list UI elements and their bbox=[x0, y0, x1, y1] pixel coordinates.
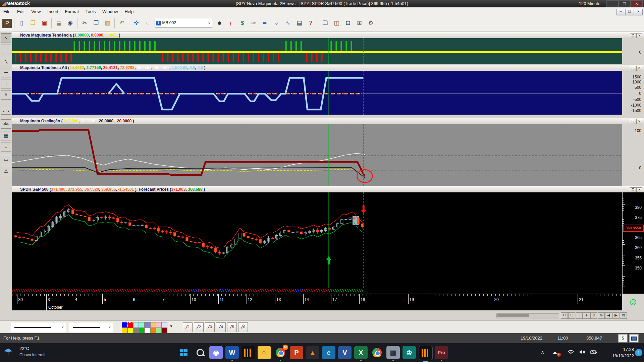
trendline-preset-4-button[interactable]: ╱4 bbox=[216, 322, 226, 332]
trendline-preset-3-button[interactable]: ╱3 bbox=[205, 322, 215, 332]
panel-header-price[interactable]: SPDR S&P 500 (371.490, 371.955, 367.520,… bbox=[12, 186, 644, 193]
taskbar-powerpoint-icon[interactable]: P bbox=[290, 346, 303, 359]
dollar-status-button[interactable]: $ bbox=[618, 334, 628, 343]
taskbar-calculator-icon[interactable]: ▦ bbox=[386, 346, 400, 359]
panel-close-button[interactable]: ✕ bbox=[636, 33, 642, 39]
nav-next-button[interactable]: ▶ bbox=[612, 312, 620, 319]
color-swatch[interactable] bbox=[133, 328, 139, 334]
grid-tool[interactable]: ▦ bbox=[1, 131, 11, 140]
panel-chart-tendencia[interactable] bbox=[12, 38, 622, 64]
color-swatch[interactable] bbox=[145, 328, 150, 334]
paste-button[interactable]: ▥ bbox=[102, 18, 113, 29]
panel-header-tendencia_alt[interactable]: Maquineta Tendência Alt (44.4962, 2.7715… bbox=[12, 65, 644, 71]
horizontal-scrollbar[interactable] bbox=[496, 313, 559, 318]
notification-badge[interactable]: 1 bbox=[635, 349, 642, 356]
menu-item-window[interactable]: Window bbox=[99, 7, 121, 16]
cut-button[interactable]: ✂ bbox=[79, 18, 90, 29]
child-close-button[interactable]: ✕ bbox=[634, 9, 643, 15]
forecast-arrow-button[interactable]: ➨ bbox=[260, 18, 270, 29]
taskbar-excel-icon[interactable]: X bbox=[354, 346, 368, 359]
taskbar-chrome-icon[interactable] bbox=[370, 346, 384, 359]
system-dollar-button[interactable]: $ bbox=[237, 18, 248, 29]
volume-icon[interactable] bbox=[579, 349, 586, 355]
panel-restore-button[interactable]: ❐ bbox=[630, 66, 636, 71]
new-chart-button[interactable]: ▯ bbox=[16, 18, 27, 29]
explorer-button[interactable]: ☻ bbox=[214, 18, 225, 29]
save-button[interactable]: ▣ bbox=[39, 18, 50, 29]
monitor-status-button[interactable] bbox=[629, 334, 639, 343]
menu-item-insert[interactable]: Insert bbox=[44, 7, 62, 16]
print-preview-button[interactable]: ◉ bbox=[65, 18, 75, 29]
close-button[interactable]: ✕ bbox=[631, 0, 643, 7]
pointer-tool[interactable]: ↖ bbox=[1, 34, 11, 43]
child-minimize-button[interactable]: ─ bbox=[616, 9, 625, 15]
taskbar-vlc-icon[interactable]: ▲ bbox=[306, 346, 319, 359]
color-swatch[interactable] bbox=[145, 322, 150, 328]
window-tile-horizontal-button[interactable]: ◫ bbox=[331, 18, 342, 29]
color-swatch[interactable] bbox=[127, 328, 133, 334]
scrollbar-thumb[interactable] bbox=[497, 314, 529, 317]
panel-close-button[interactable]: ✕ bbox=[636, 66, 642, 71]
triangle-tool[interactable]: △ bbox=[1, 166, 11, 175]
panel-body-tendencia_alt[interactable] bbox=[12, 71, 622, 115]
battery-plugged-icon[interactable] bbox=[590, 349, 597, 355]
nav-collapse-button[interactable]: C bbox=[568, 312, 575, 319]
menu-item-help[interactable]: Help bbox=[121, 7, 137, 16]
wifi-icon[interactable] bbox=[568, 349, 574, 355]
crosshair-tool[interactable]: + bbox=[1, 45, 11, 54]
taskbar-start-icon[interactable] bbox=[177, 346, 191, 359]
restore-button[interactable]: ❐ bbox=[619, 0, 631, 7]
panel-chart-price[interactable] bbox=[12, 192, 622, 294]
date-axis[interactable]: 303456710111213141718192021 bbox=[12, 294, 622, 304]
color-swatch[interactable] bbox=[162, 328, 167, 334]
nav-zoom-in-button[interactable]: ⊕ bbox=[598, 312, 605, 319]
nav-move-button[interactable]: ✛ bbox=[583, 312, 590, 319]
window-cascade-button[interactable]: ❏ bbox=[320, 18, 330, 29]
nav-fit-vertical-button[interactable]: ↕ bbox=[576, 312, 583, 319]
color-swatch[interactable] bbox=[122, 328, 127, 334]
panel-body-price[interactable] bbox=[12, 192, 622, 294]
color-swatch[interactable] bbox=[150, 322, 156, 328]
panel-body-oscilacao[interactable] bbox=[12, 124, 622, 186]
nav-data-window-button[interactable]: ▤ bbox=[620, 312, 627, 319]
nav-refresh-button[interactable]: ↻ bbox=[561, 312, 568, 319]
panel-restore-button[interactable]: ❐ bbox=[630, 33, 636, 39]
smiley-icon[interactable]: ☺ bbox=[622, 294, 644, 310]
nav-prev-button[interactable]: ◀ bbox=[605, 312, 612, 319]
panel-header-tendencia[interactable]: Nova Maquineta Tendência (1.00000, 0.000… bbox=[12, 32, 644, 39]
palette-dropdown-icon[interactable]: ▼ bbox=[169, 324, 173, 328]
scroll-left-icon[interactable]: ◂ bbox=[1, 108, 6, 115]
copy-button[interactable]: ❐ bbox=[91, 18, 101, 29]
taskbar-metastock-active-icon[interactable] bbox=[419, 346, 433, 360]
trendline-tool[interactable]: ╲ bbox=[1, 57, 11, 66]
context-help-button[interactable]: ? bbox=[305, 18, 316, 29]
battery-plugged-icon[interactable] bbox=[590, 349, 597, 355]
rectangle-tool[interactable]: ▭ bbox=[1, 155, 11, 164]
menu-item-view[interactable]: View bbox=[28, 7, 44, 16]
report-button[interactable]: ▤ bbox=[294, 18, 305, 29]
horizontal-line-tool[interactable]: ─ bbox=[1, 68, 11, 77]
panel-chart-tendencia_alt[interactable] bbox=[12, 71, 622, 115]
wifi-icon[interactable] bbox=[568, 349, 574, 355]
panel-header-oscilacao[interactable]: Maquineta Oscilação (-2.00000, 22.9336, … bbox=[12, 118, 644, 125]
taskbar-search-icon[interactable] bbox=[193, 346, 207, 359]
indicator-fx-button[interactable]: ƒ bbox=[225, 18, 236, 29]
color-swatch[interactable] bbox=[139, 328, 145, 334]
download-button[interactable]: ⇩ bbox=[271, 18, 282, 29]
taskbar-chrome-n-icon[interactable]: N bbox=[274, 346, 287, 359]
parallel-lines-tool[interactable]: # bbox=[1, 90, 11, 100]
undo-button[interactable]: ↶ bbox=[116, 18, 127, 29]
color-swatch[interactable] bbox=[150, 328, 156, 334]
app-logo-button[interactable]: P bbox=[2, 19, 12, 28]
nav-zoom-out-button[interactable]: ⊖ bbox=[590, 312, 597, 319]
taskbar-pro-app-icon[interactable]: Pro bbox=[435, 346, 448, 359]
vertical-line-tool[interactable]: ∣ bbox=[1, 79, 11, 88]
taskbar-visio-icon[interactable]: V bbox=[338, 346, 352, 359]
color-swatch[interactable] bbox=[162, 322, 167, 328]
taskbar-metastock-icon[interactable] bbox=[241, 346, 255, 359]
text-tool[interactable]: abc bbox=[1, 119, 11, 129]
color-swatch[interactable] bbox=[133, 322, 139, 328]
open-chart-button[interactable]: ❒ bbox=[28, 18, 38, 29]
taskbar-edge-icon[interactable]: e bbox=[322, 346, 335, 359]
layout-combo[interactable]: fMB 002∨ bbox=[155, 19, 212, 27]
